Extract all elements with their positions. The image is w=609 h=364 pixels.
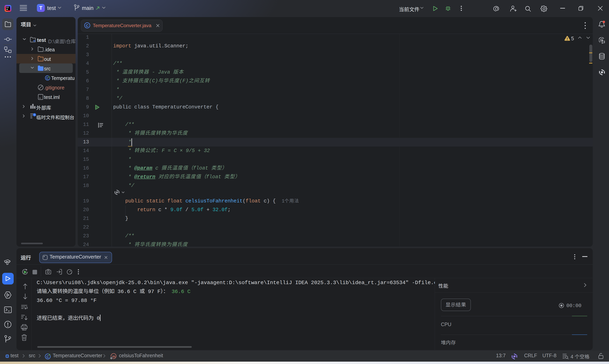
svg-text:C: C (86, 24, 89, 28)
